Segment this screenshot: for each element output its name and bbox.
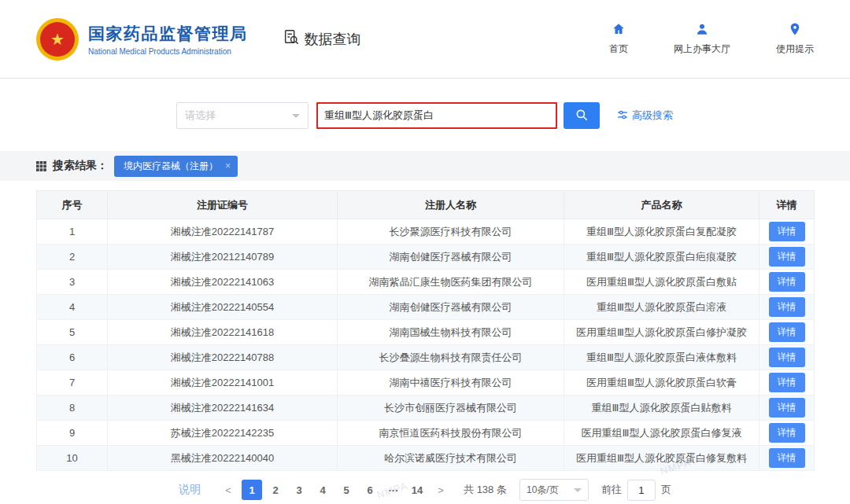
table-header-row: 序号 注册证编号 注册人名称 产品名称 详情 [37, 191, 815, 219]
row-no: 2 [37, 245, 108, 270]
nav-label: 首页 [609, 42, 628, 56]
results-label: 搜索结果： [53, 159, 108, 173]
page-button-4[interactable]: 4 [312, 480, 333, 500]
cert-number: 苏械注准20222142235 [108, 421, 338, 446]
nmpa-logo: ★ [36, 18, 79, 61]
site-header: ★ 国家药品监督管理局 National Medical Products Ad… [0, 0, 850, 79]
close-icon[interactable]: × [225, 160, 231, 171]
table-row: 3湘械注准20222141063湖南紫晶汇康生物医药集团有限公司医用重组Ⅲ型人源… [37, 270, 815, 295]
home-icon [612, 22, 626, 39]
category-placeholder: 请选择 [185, 109, 216, 123]
grid-icon [36, 161, 46, 171]
page-button-2[interactable]: 2 [265, 480, 286, 500]
prev-page-button[interactable]: < [218, 480, 238, 500]
doc-search-icon [283, 28, 300, 50]
product-name: 医用重组Ⅲ型人源化胶原蛋白修护凝胶 [564, 320, 759, 345]
pagination: 说明 < 123456···14 > 共 138 条 10条/页 前往 页 [0, 479, 850, 501]
next-page-button[interactable]: > [431, 480, 451, 500]
product-name: 重组Ⅲ型人源化胶原蛋白液体敷料 [564, 345, 759, 370]
advanced-search-link[interactable]: 高级搜索 [617, 109, 673, 123]
detail-button[interactable]: 详情 [769, 222, 805, 241]
product-name: 重组Ⅲ型人源化胶原蛋白贴敷料 [564, 395, 759, 421]
page-ellipsis[interactable]: ··· [383, 480, 404, 500]
registrant-name: 湖南国械生物科技有限公司 [338, 320, 564, 345]
table-row: 7湘械注准20222141001湖南中禧医疗科技有限公司医用重组Ⅲ型人源化胶原蛋… [37, 370, 815, 395]
col-cert: 注册证编号 [108, 191, 338, 219]
detail-button[interactable]: 详情 [769, 373, 805, 392]
product-name: 医用重组Ⅲ型人源化胶原蛋白软膏 [564, 370, 759, 395]
page-button-6[interactable]: 6 [360, 480, 380, 500]
detail-button[interactable]: 详情 [769, 247, 805, 267]
row-no: 7 [37, 370, 108, 395]
note-label: 说明 [179, 483, 201, 497]
product-name: 医用重组Ⅲ型人源化胶原蛋白修复敷料 [564, 446, 759, 471]
goto-label: 前往 [601, 483, 622, 497]
cert-number: 湘械注准20222140554 [108, 295, 338, 320]
product-name: 重组Ⅲ型人源化胶原蛋白疤痕凝胶 [564, 245, 759, 270]
cert-number: 黑械注准20222140040 [108, 446, 338, 471]
page-size-select[interactable]: 10条/页 [519, 479, 589, 501]
registrant-name: 长沙叠源生物科技有限责任公司 [338, 345, 564, 370]
national-emblem-icon: ★ [40, 22, 75, 57]
filter-tag[interactable]: 境内医疗器械（注册） × [114, 156, 238, 177]
nav-item-tips[interactable]: 使用提示 [776, 22, 814, 56]
detail-button[interactable]: 详情 [769, 297, 805, 317]
goto-page-input[interactable] [627, 480, 656, 501]
table-row: 4湘械注准20222140554湖南创健医疗器械有限公司重组Ⅲ型人源化胶原蛋白溶… [37, 295, 815, 320]
registrant-name: 长沙聚源医疗科技有限公司 [338, 219, 564, 245]
detail-button[interactable]: 详情 [769, 272, 805, 292]
search-button[interactable] [564, 102, 600, 129]
filter-tag-label: 境内医疗器械（注册） [124, 160, 218, 173]
cert-number: 湘械注准20222141001 [108, 370, 338, 395]
cert-number: 湘械注准20222141618 [108, 320, 338, 345]
row-no: 10 [37, 446, 108, 471]
detail-button[interactable]: 详情 [769, 348, 805, 367]
cert-number: 湘械注准20222141063 [108, 270, 338, 295]
row-no: 6 [37, 345, 108, 370]
org-name-cn: 国家药品监督管理局 [88, 23, 248, 45]
row-no: 1 [37, 219, 108, 245]
nav-label: 网上办事大厅 [674, 42, 730, 56]
detail-button[interactable]: 详情 [769, 448, 805, 468]
table-body: 1湘械注准20222141787长沙聚源医疗科技有限公司重组Ⅲ型人源化胶原蛋白复… [37, 219, 815, 471]
detail-button[interactable]: 详情 [769, 423, 805, 443]
nav-item-service-hall[interactable]: 网上办事大厅 [674, 22, 730, 56]
detail-button[interactable]: 详情 [769, 322, 805, 342]
table-row: 8湘械注准20222141634长沙市创丽医疗器械有限公司重组Ⅲ型人源化胶原蛋白… [37, 395, 815, 421]
total-count: 共 138 条 [464, 483, 507, 497]
page-button-5[interactable]: 5 [336, 480, 357, 500]
page-button-1[interactable]: 1 [242, 480, 262, 500]
results-bar: 搜索结果： 境内医疗器械（注册） × [0, 151, 850, 181]
page-title: 数据查询 [283, 28, 361, 50]
org-title-block: 国家药品监督管理局 National Medical Products Admi… [88, 23, 248, 56]
search-input[interactable] [316, 102, 557, 129]
category-select[interactable]: 请选择 [176, 102, 309, 129]
nav-item-home[interactable]: 首页 [609, 22, 628, 56]
chevron-down-icon [292, 114, 300, 118]
nav-label: 使用提示 [776, 42, 814, 56]
page: ★ 国家药品监督管理局 National Medical Products Ad… [0, 0, 850, 504]
results-table: 序号 注册证编号 注册人名称 产品名称 详情 1湘械注准20222141787长… [36, 190, 815, 471]
registrant-name: 哈尔滨诺威医疗技术有限公司 [338, 446, 564, 471]
search-section: 请选择 高级搜索 [176, 102, 850, 129]
page-button-3[interactable]: 3 [289, 480, 309, 500]
col-no: 序号 [37, 191, 108, 219]
cert-number: 湘械注准20222141787 [108, 219, 338, 245]
registrant-name: 湖南中禧医疗科技有限公司 [338, 370, 564, 395]
row-no: 5 [37, 320, 108, 345]
page-button-14[interactable]: 14 [407, 480, 427, 500]
table-row: 9苏械注准20222142235南京恒道医药科技股份有限公司医用重组Ⅲ型人源化胶… [37, 421, 815, 446]
row-no: 9 [37, 421, 108, 446]
detail-button[interactable]: 详情 [769, 398, 805, 418]
cert-number: 湘械注准20222141634 [108, 395, 338, 421]
table-row: 5湘械注准20222141618湖南国械生物科技有限公司医用重组Ⅲ型人源化胶原蛋… [37, 320, 815, 345]
registrant-name: 湖南创健医疗器械有限公司 [338, 245, 564, 270]
col-detail: 详情 [759, 191, 815, 219]
product-name: 医用重组Ⅲ型人源化胶原蛋白修复液 [564, 421, 759, 446]
page-size-value: 10条/页 [527, 484, 559, 497]
registrant-name: 长沙市创丽医疗器械有限公司 [338, 395, 564, 421]
goto-page: 前往 页 [601, 480, 671, 501]
header-nav: 首页 网上办事大厅 使用提示 [609, 22, 814, 56]
registrant-name: 湖南创健医疗器械有限公司 [338, 295, 564, 320]
product-name: 重组Ⅲ型人源化胶原蛋白溶液 [564, 295, 759, 320]
